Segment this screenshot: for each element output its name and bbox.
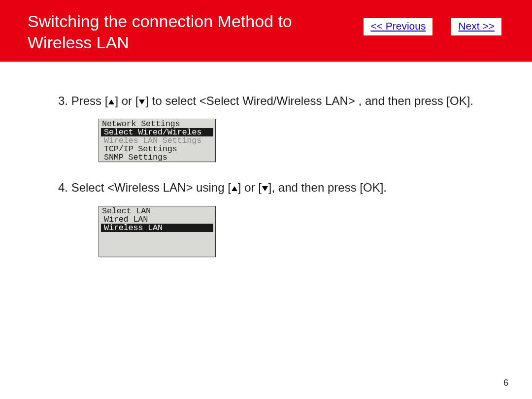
lcd2-row: Wireless LAN <box>101 224 213 232</box>
next-button[interactable]: Next >> <box>451 18 501 35</box>
lcd-panel-2: Select LAN Wired LAN Wireless LAN <box>99 206 216 257</box>
lcd1-row: SNMP Settings <box>99 153 215 162</box>
step-3-text: 3. Press [] or [] to select <Select Wire… <box>58 93 485 109</box>
lcd2-title: Select LAN <box>99 206 215 215</box>
lcd2-row: Wired LAN <box>99 215 215 224</box>
lcd1-title: Network Settings <box>99 119 215 128</box>
lcd1-row: Wireles LAN Settings <box>99 136 215 145</box>
lcd-panel-1: Network Settings Select Wired/Wireles Wi… <box>99 119 216 162</box>
previous-button[interactable]: << Previous <box>364 18 432 35</box>
up-triangle-icon <box>232 186 237 191</box>
lcd1-row: TCP/IP Settings <box>99 145 215 153</box>
down-triangle-icon <box>139 100 145 104</box>
down-triangle-icon <box>262 186 268 191</box>
step-4-text: 4. Select <Wireless LAN> using [] or [],… <box>58 180 485 196</box>
up-triangle-icon <box>108 100 114 104</box>
page-title: Switching the connection Method to Wirel… <box>28 11 333 53</box>
page-number: 6 <box>503 378 508 388</box>
lcd1-row: Select Wired/Wireles <box>101 128 213 136</box>
